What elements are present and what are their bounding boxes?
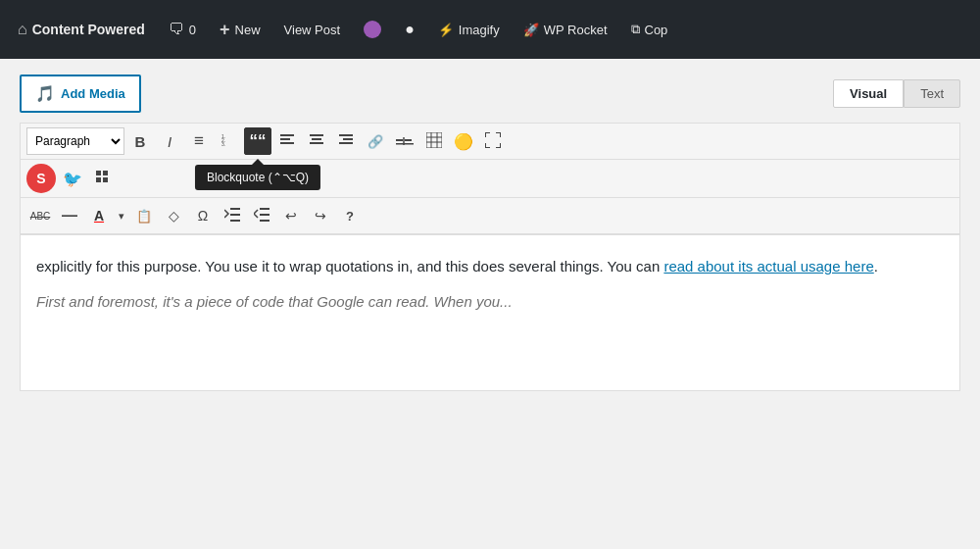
table-button[interactable] — [420, 127, 448, 155]
blockquote-button[interactable]: ““ — [244, 127, 271, 155]
link-button[interactable]: 🔗 — [362, 127, 389, 155]
svg-rect-10 — [343, 138, 353, 140]
new-label: New — [235, 23, 261, 37]
svg-text:3.: 3. — [221, 141, 225, 147]
admin-bar-dot[interactable]: ● — [395, 0, 424, 59]
tab-visual[interactable]: Visual — [833, 79, 904, 108]
ul-icon: ≡ — [194, 131, 204, 151]
svg-rect-24 — [103, 177, 108, 182]
align-right-button[interactable] — [332, 127, 360, 155]
align-center-button[interactable] — [303, 127, 330, 155]
admin-bar-yoast[interactable] — [354, 0, 391, 59]
eraser-icon: ◇ — [169, 208, 179, 224]
italic-button[interactable]: I — [156, 127, 183, 155]
svg-rect-23 — [96, 177, 101, 182]
copy-icon: ⧉ — [631, 22, 640, 37]
omega-icon: Ω — [198, 208, 208, 224]
svg-rect-30 — [260, 220, 270, 222]
undo-button[interactable]: ↩ — [277, 202, 305, 229]
hr-icon: — — [62, 207, 77, 225]
add-media-button[interactable]: 🎵 Add Media — [20, 75, 141, 113]
toolbar-row-2: S 🐦 — [21, 160, 959, 198]
bold-button[interactable]: B — [126, 127, 154, 155]
twitter-button[interactable]: 🐦 — [58, 164, 87, 193]
home-icon: ⌂ — [18, 21, 27, 38]
svg-rect-8 — [310, 142, 323, 144]
grid-icon — [96, 171, 110, 187]
svg-rect-7 — [312, 138, 321, 140]
svg-rect-4 — [280, 138, 290, 140]
svg-rect-12 — [396, 139, 403, 141]
svg-rect-29 — [260, 214, 270, 216]
link-icon: 🔗 — [368, 134, 383, 149]
add-media-icon: 🎵 — [35, 84, 55, 103]
editor-content[interactable]: explicitly for this purpose. You use it … — [20, 234, 960, 391]
align-left-button[interactable] — [273, 127, 301, 155]
admin-bar-new[interactable]: + New — [210, 0, 270, 59]
svg-rect-27 — [230, 220, 240, 222]
para1-link[interactable]: read about its actual usage here — [663, 258, 873, 274]
admin-bar-comments[interactable]: 🗨 0 — [159, 0, 206, 59]
grammarly-icon: S — [36, 171, 45, 186]
editor-top-row: 🎵 Add Media Visual Text — [20, 75, 960, 113]
redo-icon: ↪ — [315, 208, 326, 224]
comment-icon: 🗨 — [169, 21, 184, 38]
svg-rect-16 — [426, 132, 442, 148]
italic-icon: I — [168, 133, 172, 150]
clear-format-button[interactable]: ◇ — [160, 202, 187, 229]
content-paragraph-2: First and foremost, it's a piece of code… — [36, 290, 944, 314]
redo-button[interactable]: ↪ — [307, 202, 334, 229]
svg-rect-15 — [396, 143, 414, 145]
more-button[interactable] — [391, 127, 418, 155]
admin-bar-wprocket[interactable]: 🚀 WP Rocket — [514, 0, 617, 59]
special-chars-button[interactable]: Ω — [189, 202, 217, 229]
svg-rect-25 — [230, 208, 240, 210]
tab-text[interactable]: Text — [904, 79, 960, 108]
twitter-icon: 🐦 — [63, 170, 82, 188]
outdent-button[interactable] — [248, 202, 275, 229]
admin-bar-copy[interactable]: ⧉ Cop — [621, 0, 678, 59]
imagify-icon: ⚡ — [438, 23, 454, 37]
comment-count: 0 — [189, 23, 196, 37]
format-select[interactable]: Paragraph Heading 1 Heading 2 Heading 3 … — [26, 127, 124, 155]
yoast-icon — [364, 21, 381, 38]
help-button[interactable]: ? — [336, 202, 364, 229]
svg-rect-26 — [230, 214, 240, 216]
copy-label: Cop — [645, 23, 668, 37]
svg-rect-5 — [280, 142, 294, 144]
imagify-label: Imagify — [459, 23, 500, 37]
svg-rect-9 — [339, 134, 353, 136]
table-icon — [426, 132, 442, 151]
ol-button[interactable]: 1.2.3. — [215, 127, 242, 155]
admin-bar-home[interactable]: ⌂ Content Powered — [8, 0, 155, 59]
align-left-icon — [280, 133, 294, 149]
indent-button[interactable] — [219, 202, 246, 229]
hr-button[interactable]: — — [56, 202, 83, 229]
ul-button[interactable]: ≡ — [185, 127, 213, 155]
toolbar-row-3: ABC — A ▾ 📋 ◇ Ω — [21, 198, 959, 234]
grid-view-button[interactable] — [89, 165, 117, 192]
fullscreen-button[interactable] — [479, 127, 507, 155]
grammarly-button[interactable]: S — [26, 164, 56, 193]
svg-rect-22 — [103, 171, 108, 175]
align-right-icon — [339, 133, 353, 149]
help-icon: ? — [346, 209, 354, 224]
svg-rect-28 — [260, 208, 270, 210]
fullscreen-icon — [485, 132, 501, 151]
align-center-icon — [310, 133, 323, 149]
svg-rect-6 — [310, 134, 323, 136]
sticker-button[interactable]: 🟡 — [450, 127, 477, 155]
admin-bar-view-post[interactable]: View Post — [274, 0, 351, 59]
editor-mode-tabs: Visual Text — [833, 79, 960, 108]
bold-icon: B — [135, 133, 146, 150]
editor-toolbar: Paragraph Heading 1 Heading 2 Heading 3 … — [20, 123, 960, 234]
color-drop-button[interactable]: ▾ — [115, 202, 128, 229]
blockquote-wrap: ““ Blockquote (⌃⌥Q) — [244, 127, 271, 155]
text-color-icon: A — [94, 208, 104, 224]
paste-text-button[interactable]: 📋 — [130, 202, 158, 229]
strikethrough-button[interactable]: ABC — [26, 202, 54, 229]
view-post-label: View Post — [284, 23, 341, 37]
rocket-icon: 🚀 — [523, 23, 539, 37]
text-color-button[interactable]: A — [85, 202, 113, 229]
admin-bar-imagify[interactable]: ⚡ Imagify — [428, 0, 510, 59]
